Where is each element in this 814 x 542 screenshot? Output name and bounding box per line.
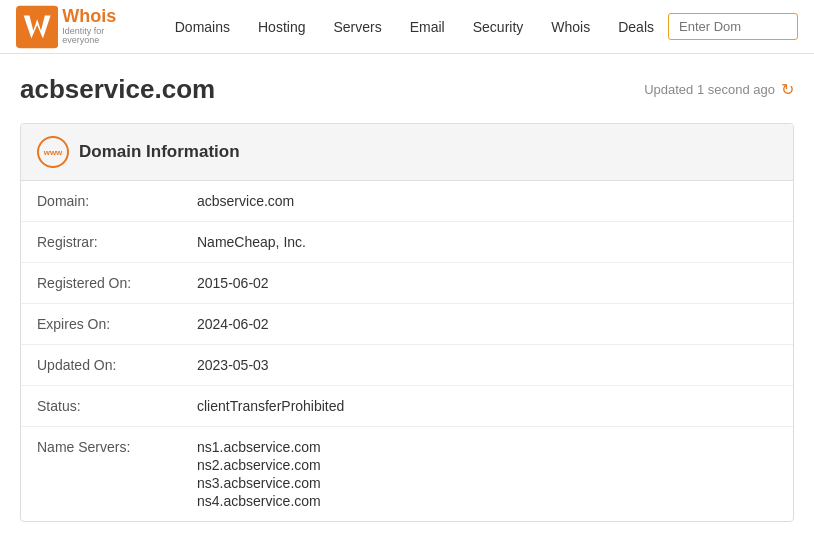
- name-servers-list: ns1.acbservice.com ns2.acbservice.com ns…: [197, 439, 777, 509]
- nav-item-domains[interactable]: Domains: [161, 13, 244, 41]
- nav-links: Domains Hosting Servers Email Security W…: [161, 13, 668, 41]
- field-value-expires-on: 2024-06-02: [181, 304, 793, 345]
- field-label-registered-on: Registered On:: [21, 263, 181, 304]
- refresh-icon[interactable]: ↻: [781, 80, 794, 99]
- nav-item-deals[interactable]: Deals: [604, 13, 668, 41]
- table-row: Status: clientTransferProhibited: [21, 386, 793, 427]
- field-value-status: clientTransferProhibited: [181, 386, 793, 427]
- field-label-domain: Domain:: [21, 181, 181, 222]
- domain-title-row: acbservice.com Updated 1 second ago ↻: [20, 74, 794, 105]
- field-value-registrar: NameCheap, Inc.: [181, 222, 793, 263]
- ns4: ns4.acbservice.com: [197, 493, 777, 509]
- card-title: Domain Information: [79, 142, 240, 162]
- table-row: Registered On: 2015-06-02: [21, 263, 793, 304]
- nav-item-whois[interactable]: Whois: [537, 13, 604, 41]
- navbar: Whois Identity for everyone Domains Host…: [0, 0, 814, 54]
- updated-label: Updated 1 second ago: [644, 82, 775, 97]
- logo-text: Whois: [62, 7, 140, 27]
- nav-item-email[interactable]: Email: [396, 13, 459, 41]
- ns1: ns1.acbservice.com: [197, 439, 777, 455]
- table-row: Expires On: 2024-06-02: [21, 304, 793, 345]
- domain-title: acbservice.com: [20, 74, 215, 105]
- table-row: Domain: acbservice.com: [21, 181, 793, 222]
- logo-area[interactable]: Whois Identity for everyone: [16, 5, 141, 49]
- table-row: Registrar: NameCheap, Inc.: [21, 222, 793, 263]
- field-label-updated-on: Updated On:: [21, 345, 181, 386]
- field-label-name-servers: Name Servers:: [21, 427, 181, 522]
- nav-item-servers[interactable]: Servers: [319, 13, 395, 41]
- table-row: Name Servers: ns1.acbservice.com ns2.acb…: [21, 427, 793, 522]
- nav-item-security[interactable]: Security: [459, 13, 538, 41]
- updated-status: Updated 1 second ago ↻: [644, 80, 794, 99]
- svg-rect-0: [16, 5, 58, 47]
- nav-item-hosting[interactable]: Hosting: [244, 13, 319, 41]
- field-value-name-servers: ns1.acbservice.com ns2.acbservice.com ns…: [181, 427, 793, 522]
- field-value-domain: acbservice.com: [181, 181, 793, 222]
- domain-info-table: Domain: acbservice.com Registrar: NameCh…: [21, 181, 793, 521]
- main-content: acbservice.com Updated 1 second ago ↻ ww…: [0, 54, 814, 522]
- ns2: ns2.acbservice.com: [197, 457, 777, 473]
- search-input[interactable]: [668, 13, 798, 40]
- card-header: www Domain Information: [21, 124, 793, 181]
- field-value-updated-on: 2023-05-03: [181, 345, 793, 386]
- domain-info-card: www Domain Information Domain: acbservic…: [20, 123, 794, 522]
- www-badge-icon: www: [37, 136, 69, 168]
- whois-logo-icon: [16, 5, 58, 49]
- logo-tagline: Identity for everyone: [62, 27, 140, 47]
- ns3: ns3.acbservice.com: [197, 475, 777, 491]
- field-label-expires-on: Expires On:: [21, 304, 181, 345]
- table-row: Updated On: 2023-05-03: [21, 345, 793, 386]
- field-value-registered-on: 2015-06-02: [181, 263, 793, 304]
- field-label-status: Status:: [21, 386, 181, 427]
- field-label-registrar: Registrar:: [21, 222, 181, 263]
